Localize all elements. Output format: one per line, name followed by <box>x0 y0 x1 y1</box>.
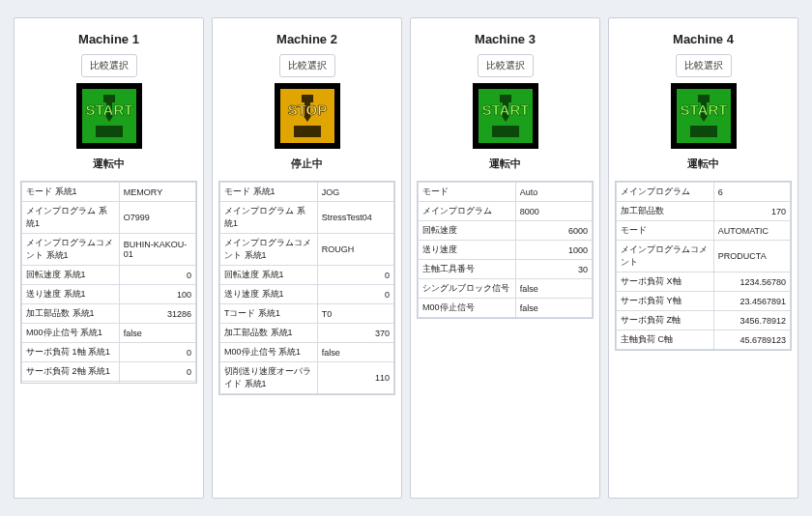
svg-rect-19 <box>492 126 519 137</box>
row-key: メインプログラムコメント <box>617 241 714 272</box>
status-tile[interactable]: START <box>76 83 142 149</box>
data-table: モード 系統1MEMORYメインプログラム 系統1O7999メインプログラムコメ… <box>21 182 196 384</box>
row-key: 回転速度 系統1 <box>220 266 318 285</box>
row-key: メインプログラム 系統1 <box>220 202 318 234</box>
row-value: 0 <box>119 266 195 285</box>
table-row: 送り速度 系統10 <box>220 285 394 304</box>
status-tile[interactable]: START <box>473 83 538 149</box>
data-table: モードAutoメインプログラム8000回転速度6000送り速度1000主軸工具番… <box>418 182 593 318</box>
row-key: メインプログラム <box>419 202 516 221</box>
table-row: サーボ負荷 3軸 系統10 <box>22 382 196 385</box>
row-value: 8000 <box>515 202 592 221</box>
row-key: M00停止信号 系統1 <box>220 343 318 362</box>
row-key: 主軸工具番号 <box>419 260 516 279</box>
machine-card: Machine 2比較選択 STOP 停止中モード 系統1JOGメインプログラム… <box>212 17 402 499</box>
table-row: Tコード 系統1T0 <box>220 304 394 324</box>
row-value: 1000 <box>515 241 592 260</box>
data-table-container[interactable]: モード 系統1MEMORYメインプログラム 系統1O7999メインプログラムコメ… <box>20 181 197 384</box>
row-value: JOG <box>317 183 393 202</box>
table-row: メインプログラム8000 <box>419 202 593 221</box>
svg-text:START: START <box>85 101 132 118</box>
table-row: 回転速度6000 <box>419 221 593 241</box>
compare-button[interactable]: 比較選択 <box>478 54 534 77</box>
row-value: 6 <box>713 183 790 202</box>
row-key: シングルブロック信号 <box>419 279 516 299</box>
machine-card: Machine 1比較選択 START 運転中モード 系統1MEMORYメインプ… <box>14 17 204 499</box>
row-key: メインプログラム 系統1 <box>22 202 120 234</box>
table-row: 送り速度 系統1100 <box>22 285 196 304</box>
svg-rect-5 <box>96 126 123 137</box>
table-row: 加工部品数170 <box>617 202 791 221</box>
row-key: Tコード 系統1 <box>220 304 318 324</box>
compare-button[interactable]: 比較選択 <box>279 54 335 77</box>
row-value: StressTest04 <box>317 202 393 234</box>
compare-button[interactable]: 比較選択 <box>81 54 137 77</box>
row-key: 切削送り速度オーバライド 系統1 <box>220 362 318 394</box>
start-icon: START <box>473 83 538 149</box>
row-value: 1234.56780 <box>713 272 790 292</box>
row-key: モード 系統1 <box>22 183 120 202</box>
row-value: 23.4567891 <box>713 292 790 311</box>
compare-button[interactable]: 比較選択 <box>676 54 732 77</box>
row-key: 回転速度 <box>419 221 516 241</box>
row-value: T0 <box>317 304 393 324</box>
svg-rect-26 <box>690 126 717 137</box>
status-tile[interactable]: START <box>671 83 737 149</box>
row-key: 加工部品数 系統1 <box>220 324 318 343</box>
table-row: 加工部品数 系統131286 <box>22 304 196 324</box>
table-row: 回転速度 系統10 <box>22 266 196 285</box>
table-row: メインプログラムコメントPRODUCTA <box>617 241 791 272</box>
machine-title: Machine 4 <box>673 32 734 46</box>
row-value: PRODUCTA <box>713 241 790 272</box>
row-key: サーボ負荷 X軸 <box>617 272 714 292</box>
row-value: 0 <box>119 362 195 382</box>
row-key: モード <box>419 183 516 202</box>
row-value: ROUGH <box>317 234 393 266</box>
row-value: 31286 <box>119 304 195 324</box>
row-key: サーボ負荷 1軸 系統1 <box>22 343 120 362</box>
stop-icon: STOP <box>275 83 340 149</box>
machine-title: Machine 1 <box>78 32 139 46</box>
data-table-container: モードAutoメインプログラム8000回転速度6000送り速度1000主軸工具番… <box>417 181 594 319</box>
row-key: サーボ負荷 Y軸 <box>617 292 714 311</box>
status-label: 運転中 <box>489 157 521 171</box>
row-key: メインプログラムコメント 系統1 <box>220 234 318 266</box>
status-label: 運転中 <box>93 157 125 171</box>
dashboard: Machine 1比較選択 START 運転中モード 系統1MEMORYメインプ… <box>0 0 812 516</box>
table-row: モード 系統1MEMORY <box>22 183 196 202</box>
row-value: 6000 <box>515 221 592 241</box>
row-key: 送り速度 <box>419 241 516 260</box>
row-value: 0 <box>119 343 195 362</box>
table-row: M00停止信号false <box>419 299 593 318</box>
start-icon: START <box>76 83 142 149</box>
table-row: M00停止信号 系統1false <box>220 343 394 362</box>
row-value: 0 <box>317 285 393 304</box>
machine-title: Machine 2 <box>276 32 337 46</box>
data-table-container: メインプログラム6加工部品数170モードAUTOMATICメインプログラムコメン… <box>615 181 792 351</box>
table-row: 加工部品数 系統1370 <box>220 324 394 343</box>
row-key: 加工部品数 <box>617 202 714 221</box>
table-row: メインプログラム 系統1StressTest04 <box>220 202 394 234</box>
table-row: メインプログラム 系統1O7999 <box>22 202 196 234</box>
table-row: 主軸工具番号30 <box>419 260 593 279</box>
status-label: 停止中 <box>291 157 323 171</box>
row-value: 45.6789123 <box>713 330 790 350</box>
status-label: 運転中 <box>687 157 719 171</box>
table-row: メインプログラムコメント 系統1ROUGH <box>220 234 394 266</box>
status-tile[interactable]: STOP <box>275 83 340 149</box>
table-row: シングルブロック信号false <box>419 279 593 299</box>
svg-rect-12 <box>294 126 321 137</box>
row-key: メインプログラムコメント 系統1 <box>22 234 120 266</box>
row-value: 170 <box>713 202 790 221</box>
row-key: 送り速度 系統1 <box>220 285 318 304</box>
row-value: false <box>119 324 195 343</box>
svg-text:START: START <box>481 101 529 118</box>
data-table-container: モード 系統1JOGメインプログラム 系統1StressTest04メインプログ… <box>218 181 395 395</box>
row-value: BUHIN-KAKOU-01 <box>119 234 195 266</box>
row-value: AUTOMATIC <box>713 221 790 241</box>
row-key: サーボ負荷 3軸 系統1 <box>22 382 120 385</box>
row-key: 送り速度 系統1 <box>22 285 120 304</box>
row-key: 加工部品数 系統1 <box>22 304 120 324</box>
row-value: 100 <box>119 285 195 304</box>
row-key: モード 系統1 <box>220 183 318 202</box>
